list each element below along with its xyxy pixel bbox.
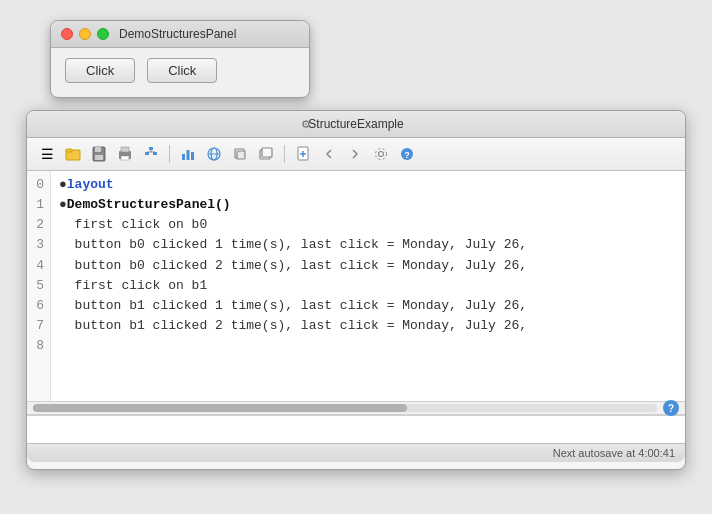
svg-rect-7 <box>121 156 129 160</box>
click-button-1[interactable]: Click <box>65 58 135 83</box>
ide-title: StructureExample <box>308 117 403 131</box>
code-line-0: ●layout <box>59 175 677 195</box>
demo-panel-title: DemoStructuresPanel <box>119 27 236 41</box>
copy-window-btn[interactable] <box>254 142 278 166</box>
print-btn[interactable] <box>113 142 137 166</box>
toolbar-sep-1 <box>169 145 170 163</box>
line-num: 0 <box>35 175 44 195</box>
ide-title-icon: ⚙ <box>301 118 311 131</box>
command-input[interactable] <box>35 423 677 438</box>
ide-titlebar: ⚙ StructureExample <box>27 111 685 138</box>
arrow-back-btn[interactable] <box>317 142 341 166</box>
autosave-status: Next autosave at 4:00:41 <box>553 447 675 459</box>
line-num: 5 <box>35 276 44 296</box>
code-content: 0 1 2 3 4 5 6 7 8 ●layout ●DemoStructure… <box>27 171 685 401</box>
horizontal-scrollbar[interactable]: ? <box>27 401 685 415</box>
ide-toolbar: ☰ <box>27 138 685 171</box>
save-btn[interactable] <box>87 142 111 166</box>
svg-text:?: ? <box>404 150 410 160</box>
line-num: 3 <box>35 235 44 255</box>
svg-rect-8 <box>149 147 153 150</box>
svg-point-27 <box>379 152 384 157</box>
line-num: 6 <box>35 296 44 316</box>
input-area <box>27 415 685 443</box>
chart-btn[interactable] <box>176 142 200 166</box>
svg-rect-4 <box>95 155 103 160</box>
svg-rect-23 <box>262 148 272 157</box>
code-line-1: ●DemoStructuresPanel() <box>59 195 677 215</box>
svg-rect-16 <box>191 152 194 160</box>
settings-btn[interactable] <box>369 142 393 166</box>
toolbar-sep-2 <box>284 145 285 163</box>
close-button[interactable] <box>61 28 73 40</box>
svg-rect-6 <box>121 147 129 152</box>
code-line-6: button b1 clicked 1 time(s), last click … <box>59 296 677 316</box>
minimize-button[interactable] <box>79 28 91 40</box>
demo-panel-body: Click Click <box>51 48 309 97</box>
arrow-forward-btn[interactable] <box>343 142 367 166</box>
svg-rect-3 <box>95 147 101 152</box>
code-line-8 <box>59 336 677 356</box>
line-numbers: 0 1 2 3 4 5 6 7 8 <box>27 171 51 401</box>
code-line-2: first click on b0 <box>59 215 677 235</box>
hierarchy-btn[interactable] <box>139 142 163 166</box>
line-num: 1 <box>35 195 44 215</box>
statusbar: Next autosave at 4:00:41 <box>27 443 685 462</box>
svg-rect-14 <box>182 154 185 160</box>
sidebar-toggle-btn[interactable]: ☰ <box>35 142 59 166</box>
scrollbar-track[interactable] <box>33 404 657 412</box>
code-line-5: first click on b1 <box>59 276 677 296</box>
demo-structures-panel: DemoStructuresPanel Click Click <box>50 20 310 98</box>
svg-rect-21 <box>237 151 245 159</box>
line-num: 4 <box>35 256 44 276</box>
help-btn[interactable]: ? <box>395 142 419 166</box>
new-window-btn[interactable] <box>228 142 252 166</box>
scrollbar-help-icon[interactable]: ? <box>663 400 679 416</box>
open-folder-btn[interactable] <box>61 142 85 166</box>
code-line-3: button b0 clicked 1 time(s), last click … <box>59 235 677 255</box>
new-file-btn[interactable] <box>291 142 315 166</box>
code-line-7: button b1 clicked 2 time(s), last click … <box>59 316 677 336</box>
code-line-4: button b0 clicked 2 time(s), last click … <box>59 256 677 276</box>
line-num: 8 <box>35 336 44 356</box>
ide-window: ⚙ StructureExample ☰ <box>26 110 686 470</box>
code-body: ●layout ●DemoStructuresPanel() first cli… <box>51 171 685 401</box>
line-num: 2 <box>35 215 44 235</box>
globe-btn[interactable] <box>202 142 226 166</box>
scrollbar-thumb[interactable] <box>33 404 407 412</box>
svg-rect-15 <box>187 150 190 160</box>
line-num: 7 <box>35 316 44 336</box>
click-button-2[interactable]: Click <box>147 58 217 83</box>
svg-point-28 <box>376 149 387 160</box>
svg-rect-1 <box>66 149 72 152</box>
maximize-button[interactable] <box>97 28 109 40</box>
demo-panel-titlebar: DemoStructuresPanel <box>51 21 309 48</box>
